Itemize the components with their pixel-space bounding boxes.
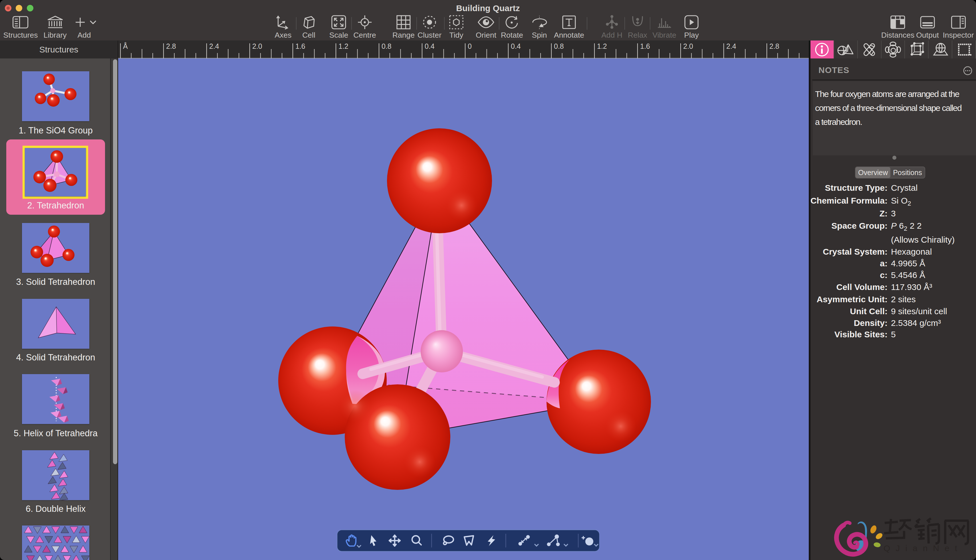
svg-text:1.6: 1.6 xyxy=(640,42,650,50)
svg-text:0.8: 0.8 xyxy=(381,42,391,50)
svg-text:2.8: 2.8 xyxy=(769,42,779,50)
svg-text:2.8: 2.8 xyxy=(166,42,176,50)
svg-text:0.4: 0.4 xyxy=(511,42,521,50)
svg-text:0.8: 0.8 xyxy=(554,42,564,50)
svg-text:2.0: 2.0 xyxy=(683,42,693,50)
svg-text:2.4: 2.4 xyxy=(209,42,219,50)
svg-text:1.2: 1.2 xyxy=(597,42,607,50)
svg-text:0: 0 xyxy=(468,42,472,50)
svg-text:2.0: 2.0 xyxy=(252,42,262,50)
svg-text:1.2: 1.2 xyxy=(338,42,348,50)
svg-text:2.4: 2.4 xyxy=(726,42,736,50)
svg-text:1.6: 1.6 xyxy=(295,42,305,50)
svg-text:Å: Å xyxy=(123,42,128,50)
svg-text:QJianNet: QJianNet xyxy=(884,543,963,553)
svg-text:0.4: 0.4 xyxy=(424,42,435,50)
